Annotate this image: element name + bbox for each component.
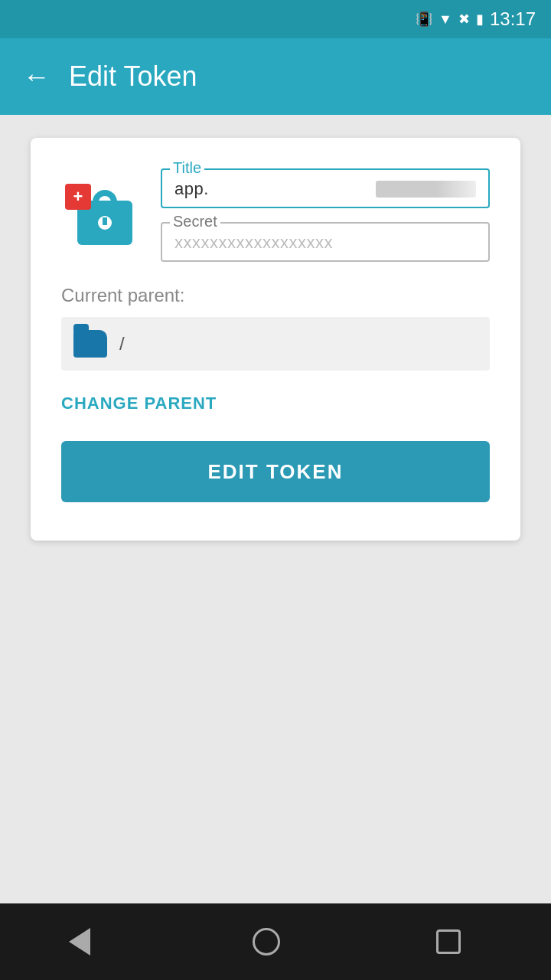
recents-nav-icon — [436, 929, 461, 954]
clock: 13:17 — [490, 8, 536, 30]
edit-token-card: + Title — [31, 138, 520, 541]
recents-nav-button[interactable] — [436, 929, 482, 954]
card-top: + Title — [61, 168, 490, 262]
secret-input[interactable] — [174, 233, 476, 253]
vibrate-icon: 📳 — [416, 11, 432, 28]
home-nav-icon — [253, 928, 280, 956]
battery-icon: ▮ — [476, 11, 484, 28]
edit-token-button[interactable]: EDIT TOKEN — [61, 441, 490, 502]
parent-path: / — [119, 333, 125, 354]
parent-row: / — [61, 317, 490, 371]
back-button[interactable]: ← — [23, 63, 51, 90]
app-bar: ← Edit Token — [0, 38, 551, 115]
wifi-icon: ▼ — [439, 11, 452, 28]
folder-icon — [73, 330, 107, 358]
bottom-nav-bar — [0, 903, 551, 980]
current-parent-label: Current parent: — [61, 285, 490, 306]
page-title: Edit Token — [69, 60, 197, 93]
status-bar: 📳 ▼ ✖ ▮ 13:17 — [0, 0, 551, 38]
change-parent-link[interactable]: CHANGE PARENT — [61, 394, 217, 413]
logo-area: + — [61, 168, 145, 245]
back-nav-button[interactable] — [69, 928, 115, 956]
status-icons: 📳 ▼ ✖ ▮ 13:17 — [416, 8, 536, 30]
secret-label: Secret — [170, 213, 220, 230]
no-sim-icon: ✖ — [458, 11, 470, 28]
main-content: + Title — [0, 115, 551, 903]
back-nav-icon — [69, 928, 90, 956]
title-label: Title — [170, 159, 204, 177]
lock-keyhole-icon — [98, 216, 112, 230]
current-parent-section: Current parent: / — [61, 285, 490, 371]
title-input[interactable] — [174, 179, 371, 199]
title-blurred-value — [376, 181, 476, 198]
swiss-cross-icon: + — [73, 188, 83, 205]
home-nav-button[interactable] — [253, 928, 298, 956]
app-logo: + — [65, 184, 142, 245]
title-field-container: Title — [161, 168, 490, 208]
secret-field-container: Secret — [161, 222, 490, 262]
swiss-badge: + — [65, 184, 91, 210]
fields-area: Title Secret — [161, 168, 490, 262]
